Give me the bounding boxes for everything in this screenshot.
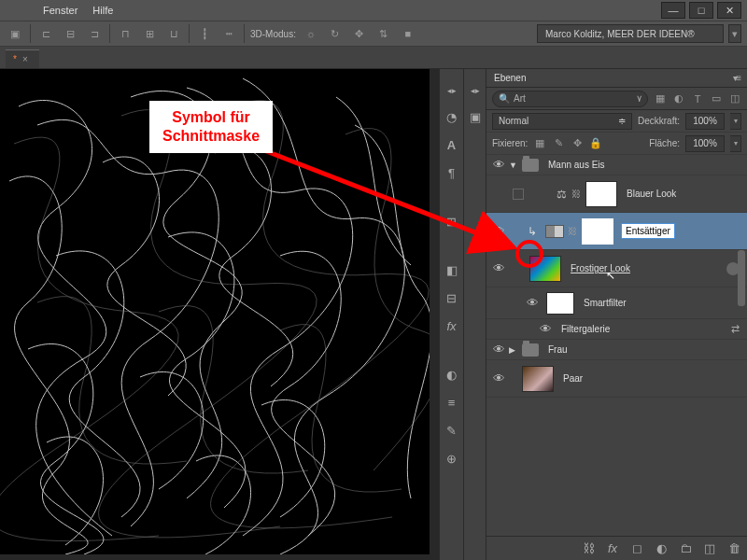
dirty-indicator-icon: *: [13, 54, 17, 64]
visibility-toggle-icon[interactable]: 👁: [490, 223, 507, 240]
swatches-panel-icon[interactable]: ⊟: [442, 287, 462, 308]
styles-panel-icon[interactable]: fx: [442, 315, 462, 336]
color-balance-icon: ⚖: [552, 187, 571, 202]
distribute-v-icon[interactable]: ┅: [219, 24, 238, 43]
disclosure-triangle-icon[interactable]: ▼: [509, 161, 518, 170]
filter-smart-icon[interactable]: ◫: [728, 92, 741, 105]
collapse-arrow-icon[interactable]: ◂▸: [445, 86, 458, 95]
add-mask-icon[interactable]: ◻: [629, 541, 644, 556]
tab-close-icon[interactable]: ×: [22, 54, 28, 64]
lock-label: Fixieren:: [492, 138, 528, 148]
distribute-h-icon[interactable]: ┇: [195, 24, 214, 43]
lock-all-icon[interactable]: 🔒: [589, 137, 602, 150]
visibility-toggle-icon[interactable]: 👁: [490, 342, 507, 358]
lock-position-icon[interactable]: ✥: [571, 137, 584, 150]
3d-roll-icon[interactable]: ↻: [326, 24, 345, 43]
annotation-callout: Symbol für Schnittmaske: [149, 101, 273, 153]
document-tab[interactable]: * ×: [6, 49, 39, 68]
align-right-icon[interactable]: ⊐: [85, 24, 104, 43]
filter-name[interactable]: Filtergalerie: [561, 324, 610, 334]
new-group-icon[interactable]: 🗀: [678, 541, 693, 556]
actions-panel-icon[interactable]: ▣: [465, 106, 486, 127]
clone-source-panel-icon[interactable]: ⊕: [442, 448, 462, 469]
minimize-button[interactable]: —: [661, 2, 685, 19]
new-layer-icon[interactable]: ◫: [702, 541, 717, 556]
clipping-mask-icon: ↳: [525, 224, 540, 239]
callout-line1: Symbol für: [172, 109, 250, 125]
hue-sat-adjustment-icon: [545, 225, 564, 238]
layer-name[interactable]: Paar: [563, 373, 583, 384]
maximize-button[interactable]: □: [689, 2, 713, 19]
blend-mode-select[interactable]: Normal ≑: [492, 113, 632, 130]
layer-name-input[interactable]: [621, 223, 675, 239]
mode3d-label: 3D-Modus:: [250, 29, 296, 39]
opacity-flyout-icon[interactable]: ▾: [730, 113, 741, 130]
collapse-arrow-2-icon[interactable]: ◂▸: [469, 86, 482, 95]
layer-name[interactable]: Frostiger Look: [571, 263, 630, 273]
visibility-toggle-icon[interactable]: 👁: [537, 321, 554, 338]
visibility-toggle-icon[interactable]: 👁: [490, 260, 507, 277]
layer-name[interactable]: Blauer Look: [627, 189, 676, 199]
fill-value[interactable]: 100%: [685, 135, 725, 152]
filter-shape-icon[interactable]: ▭: [710, 92, 723, 105]
folder-icon: [522, 343, 539, 357]
adjustments-panel-icon[interactable]: ◐: [442, 364, 462, 385]
layers-list[interactable]: 👁 ▼ Mann aus Eis 👁 ⚖ ⛓ Blauer Look 👁 ↳: [486, 155, 747, 536]
layer-filter-search[interactable]: 🔍 Art ٧: [492, 91, 648, 107]
history-panel-icon[interactable]: ◔: [442, 106, 462, 127]
filter-mask-thumbnail[interactable]: [546, 292, 574, 315]
fill-label: Fläche:: [649, 138, 680, 148]
fill-flyout-icon[interactable]: ▾: [730, 135, 741, 152]
visibility-toggle-icon[interactable]: 👁: [490, 157, 507, 174]
opacity-value[interactable]: 100%: [685, 113, 725, 130]
workspace-switcher[interactable]: Marco Kolditz, MEER DER IDEEN®: [537, 24, 724, 43]
new-adjustment-icon[interactable]: ◐: [654, 541, 669, 556]
3d-zoom-icon[interactable]: ■: [399, 24, 417, 43]
mask-thumbnail[interactable]: [582, 218, 613, 245]
3d-slide-icon[interactable]: ⇅: [374, 24, 393, 43]
workspace-menu-arrow[interactable]: ▾: [728, 24, 741, 43]
filter-pixel-icon[interactable]: ▦: [654, 92, 667, 105]
dropdown-arrow-icon: ٧: [637, 93, 641, 104]
lock-pixels-icon[interactable]: ✎: [552, 137, 565, 150]
align-middle-icon[interactable]: ⊞: [140, 24, 159, 43]
brushes-panel-icon[interactable]: ≡: [442, 392, 462, 413]
layer-name[interactable]: Frau: [548, 344, 568, 355]
layer-thumbnail[interactable]: [522, 366, 554, 392]
visibility-toggle-icon[interactable]: 👁: [524, 295, 541, 312]
scrollbar[interactable]: [738, 250, 745, 306]
link-layers-icon[interactable]: ⛓: [581, 541, 596, 556]
align-top-icon[interactable]: ⊓: [116, 24, 134, 43]
layer-name[interactable]: Mann aus Eis: [548, 160, 605, 170]
filter-type-icon[interactable]: T: [691, 92, 704, 105]
mask-link-icon[interactable]: ⛓: [571, 188, 582, 201]
character-panel-icon[interactable]: A: [442, 134, 462, 155]
paragraph-panel-icon[interactable]: ¶: [442, 162, 462, 183]
panel-menu-icon[interactable]: ▾≡: [733, 73, 740, 83]
visibility-placeholder[interactable]: [513, 189, 524, 200]
filter-adjust-icon[interactable]: ◐: [672, 92, 685, 105]
filter-options-icon[interactable]: ⇄: [731, 323, 740, 335]
disclosure-triangle-icon[interactable]: ▶: [509, 345, 518, 355]
mask-thumbnail[interactable]: [585, 181, 617, 207]
mask-link-icon[interactable]: ⛓: [567, 225, 578, 238]
align-left-icon[interactable]: ⊏: [36, 24, 55, 43]
tool-preset-icon[interactable]: ▣: [6, 24, 24, 43]
visibility-toggle-icon[interactable]: 👁: [490, 371, 507, 387]
lock-transparency-icon[interactable]: ▦: [533, 137, 546, 150]
opacity-label: Deckkraft:: [638, 116, 680, 126]
callout-line2: Schnittmaske: [162, 128, 260, 144]
menu-fenster[interactable]: Fenster: [43, 5, 78, 16]
align-center-h-icon[interactable]: ⊟: [61, 24, 79, 43]
brush-settings-panel-icon[interactable]: ✎: [442, 420, 462, 441]
annotation-circle-icon: [515, 240, 543, 268]
align-bottom-icon[interactable]: ⊔: [164, 24, 183, 43]
delete-layer-icon[interactable]: 🗑: [726, 541, 741, 556]
3d-pan-icon[interactable]: ✥: [350, 24, 369, 43]
navigator-panel-icon[interactable]: ⊞: [442, 211, 462, 231]
close-button[interactable]: ✕: [717, 2, 741, 19]
layer-effects-icon[interactable]: fx: [605, 541, 620, 556]
3d-orbit-icon[interactable]: ☼: [302, 24, 320, 43]
color-panel-icon[interactable]: ◧: [442, 259, 462, 280]
menu-hilfe[interactable]: Hilfe: [92, 5, 113, 16]
